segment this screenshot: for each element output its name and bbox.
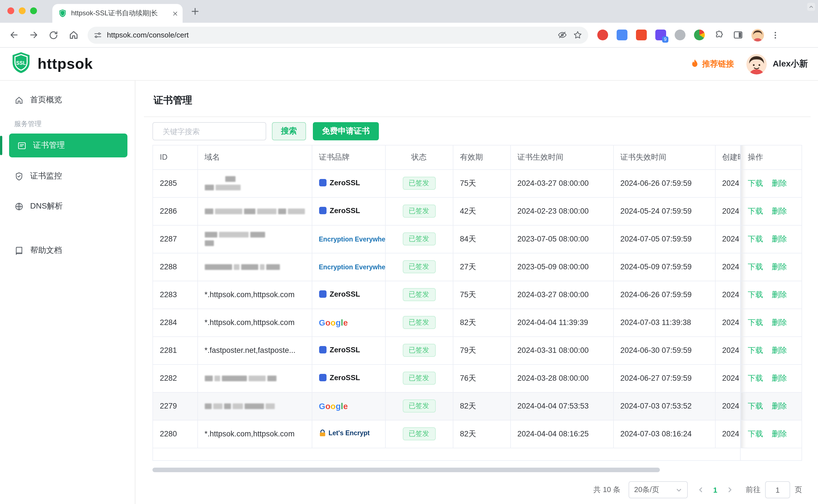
- cell-valid-to: 2024-05-24 07:59:59: [613, 197, 715, 225]
- search-button[interactable]: 搜索: [272, 122, 306, 140]
- zerossl-icon: [319, 207, 326, 214]
- delete-link[interactable]: 删除: [772, 346, 787, 354]
- cell-days: 76天: [453, 364, 510, 392]
- download-link[interactable]: 下载: [748, 401, 763, 410]
- col-days: 有效期: [453, 145, 510, 169]
- lets-encrypt-logo: Let's Encrypt: [319, 429, 370, 437]
- zoom-window-button[interactable]: [30, 7, 37, 14]
- download-link[interactable]: 下载: [748, 290, 763, 299]
- delete-link[interactable]: 删除: [772, 179, 787, 187]
- search-input[interactable]: [163, 127, 263, 136]
- browser-tab[interactable]: httpsok-SSL证书自动续期|长: [52, 4, 182, 23]
- cell-ops: 下载删除: [741, 392, 802, 420]
- cell-ops: 下载删除: [741, 225, 802, 253]
- browser-menu-kebab-icon[interactable]: [766, 26, 784, 44]
- next-page-button[interactable]: [726, 486, 733, 493]
- delete-link[interactable]: 删除: [772, 290, 787, 299]
- orange-extension-icon[interactable]: [636, 30, 647, 40]
- goto-page-input[interactable]: [765, 481, 790, 498]
- adblock-extension-icon[interactable]: [597, 30, 608, 40]
- cell-domain: *.httpsok.com,httpsok.com: [197, 309, 312, 336]
- gray-extension-icon[interactable]: [675, 30, 686, 40]
- new-tab-button[interactable]: [190, 6, 200, 16]
- table-row: 2288 Encryption Everywhere™ 已签发 27天 2023…: [153, 253, 802, 281]
- download-link[interactable]: 下载: [748, 262, 763, 271]
- extension-badge: 9: [662, 36, 669, 43]
- encryption-everywhere-logo: Encryption Everywhere™: [319, 236, 385, 243]
- sidebar-item-cert-monitor[interactable]: 证书监控: [0, 165, 135, 188]
- browser-profile-avatar[interactable]: [751, 29, 764, 41]
- cell-valid-to: 2024-07-03 11:39:38: [613, 309, 715, 336]
- download-link[interactable]: 下载: [748, 429, 763, 438]
- scrollbar-up-icon[interactable]: [807, 3, 815, 11]
- cell-brand: ZeroSSL: [312, 364, 385, 392]
- referral-link[interactable]: 推荐链接: [691, 59, 734, 69]
- download-link[interactable]: 下载: [748, 318, 763, 326]
- username-text[interactable]: Alex小新: [773, 59, 808, 69]
- delete-link[interactable]: 删除: [772, 262, 787, 271]
- prev-page-button[interactable]: [698, 486, 704, 493]
- current-page[interactable]: 1: [713, 486, 717, 494]
- httpsok-logo: SSL: [10, 51, 32, 77]
- tab-close-icon[interactable]: [172, 11, 178, 16]
- colored-extension-icon[interactable]: [694, 30, 705, 40]
- download-link[interactable]: 下载: [748, 346, 763, 354]
- eye-off-icon[interactable]: [557, 30, 567, 40]
- cell-valid-to: 2024-07-03 08:16:24: [613, 420, 715, 448]
- cell-created: 2024: [715, 309, 741, 336]
- minimize-window-button[interactable]: [19, 7, 26, 14]
- purple-extension-icon[interactable]: 9: [655, 30, 666, 40]
- cell-brand: ZeroSSL: [312, 281, 385, 309]
- col-brand: 证书品牌: [312, 145, 385, 169]
- extensions-puzzle-icon[interactable]: [713, 30, 724, 40]
- cell-valid-from: 2024-03-27 08:00:00: [510, 169, 613, 197]
- tab-favicon: [59, 9, 67, 18]
- site-settings-icon[interactable]: [93, 30, 102, 39]
- status-badge: 已签发: [402, 288, 435, 301]
- forward-button[interactable]: [24, 26, 43, 44]
- sidebar-item-overview[interactable]: 首页概览: [0, 89, 135, 111]
- table-header-row: ID 域名 证书品牌 状态 有效期 证书生效时间 证书失效时间 创建时间 操作: [153, 145, 802, 169]
- delete-link[interactable]: 删除: [772, 374, 787, 382]
- cell-created: 2024: [715, 420, 741, 448]
- sidebar-item-dns[interactable]: DNS解析: [0, 195, 135, 218]
- download-link[interactable]: 下载: [748, 234, 763, 243]
- search-box[interactable]: [152, 122, 266, 140]
- cell-valid-from: 2024-03-28 08:00:00: [510, 364, 613, 392]
- cell-valid-from: 2024-04-04 11:39:39: [510, 309, 613, 336]
- sidebar-item-docs[interactable]: 帮助文档: [0, 239, 135, 262]
- zerossl-icon: [319, 374, 326, 381]
- sidebar-item-cert-management[interactable]: 证书管理: [9, 134, 127, 157]
- close-window-button[interactable]: [7, 7, 14, 14]
- delete-link[interactable]: 删除: [772, 429, 787, 438]
- cell-valid-to: 2024-07-03 07:53:52: [613, 392, 715, 420]
- delete-link[interactable]: 删除: [772, 401, 787, 410]
- reload-button[interactable]: [44, 26, 63, 44]
- svg-text:SSL: SSL: [16, 60, 26, 66]
- user-avatar[interactable]: [747, 54, 767, 74]
- cell-valid-from: 2024-02-23 08:00:00: [510, 197, 613, 225]
- apply-cert-button[interactable]: 免费申请证书: [313, 122, 379, 140]
- delete-link[interactable]: 删除: [772, 318, 787, 326]
- translate-extension-icon[interactable]: [617, 30, 628, 40]
- tab-bar: httpsok-SSL证书自动续期|长: [0, 0, 818, 23]
- delete-link[interactable]: 删除: [772, 207, 787, 215]
- address-bar[interactable]: httpsok.com/console/cert: [88, 26, 588, 43]
- col-valid-to: 证书失效时间: [613, 145, 715, 169]
- download-link[interactable]: 下载: [748, 207, 763, 215]
- extensions-row: 9: [597, 30, 744, 40]
- back-button[interactable]: [5, 26, 23, 44]
- download-link[interactable]: 下载: [748, 179, 763, 187]
- cell-id: 2283: [153, 281, 197, 309]
- table-row: 2281 *.fastposter.net,fastposte... ZeroS…: [153, 336, 802, 364]
- bookmark-star-icon[interactable]: [573, 30, 582, 40]
- google-logo: Google: [319, 401, 348, 411]
- home-button[interactable]: [64, 26, 82, 44]
- redacted-domain: [204, 232, 305, 246]
- certificate-icon: [17, 141, 27, 150]
- delete-link[interactable]: 删除: [772, 234, 787, 243]
- download-link[interactable]: 下载: [748, 374, 763, 382]
- horizontal-scrollbar-thumb[interactable]: [152, 468, 660, 472]
- page-size-select[interactable]: 20条/页: [629, 481, 688, 498]
- split-view-icon[interactable]: [733, 30, 744, 40]
